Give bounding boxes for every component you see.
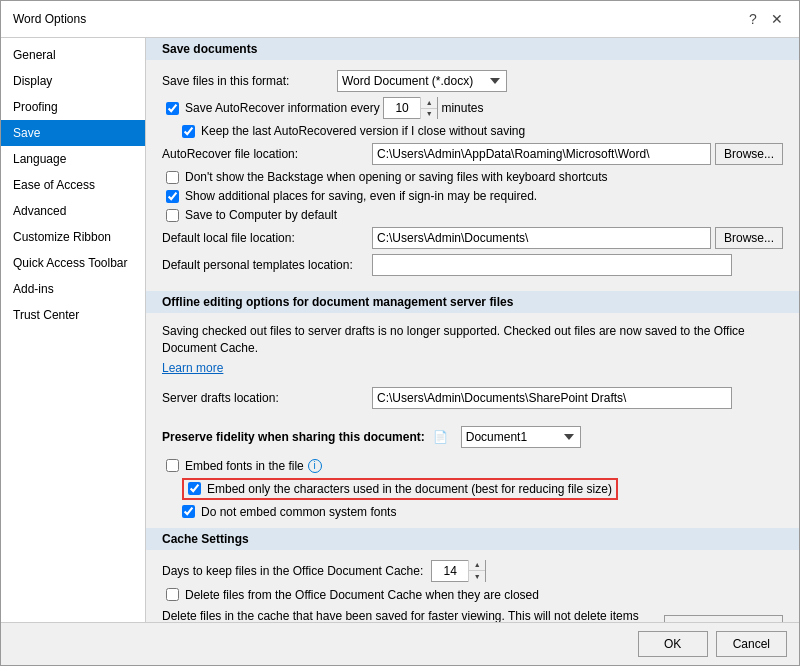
preserve-doc-dropdown[interactable]: Document1 <box>461 426 581 448</box>
do-not-embed-row: Do not embed common system fonts <box>162 505 783 519</box>
title-bar: Word Options ? ✕ <box>1 1 799 38</box>
do-not-embed-label: Do not embed common system fonts <box>201 505 396 519</box>
offline-section: Saving checked out files to server draft… <box>146 313 799 418</box>
cache-desc-row: Delete files in the cache that have been… <box>162 608 783 622</box>
sidebar-item-ease[interactable]: Ease of Access <box>1 172 145 198</box>
delete-cached-btn[interactable]: Delete cached files <box>664 615 783 622</box>
sidebar-item-qat[interactable]: Quick Access Toolbar <box>1 250 145 276</box>
autorecover-spin: ▲ ▼ <box>420 97 437 119</box>
ok-button[interactable]: OK <box>638 631 708 657</box>
doc-icon: 📄 <box>433 429 449 445</box>
browse1-btn[interactable]: Browse... <box>715 143 783 165</box>
sidebar-item-general[interactable]: General <box>1 42 145 68</box>
delete-files-checkbox[interactable] <box>166 588 179 601</box>
embed-only-highlight: Embed only the characters used in the do… <box>182 478 618 500</box>
days-spin-up[interactable]: ▲ <box>469 560 485 572</box>
show-additional-checkbox[interactable] <box>166 190 179 203</box>
sidebar-item-save[interactable]: Save <box>1 120 145 146</box>
cancel-button[interactable]: Cancel <box>716 631 787 657</box>
save-computer-checkbox[interactable] <box>166 209 179 222</box>
dont-show-label: Don't show the Backstage when opening or… <box>185 170 608 184</box>
days-spin: ▲ ▼ <box>468 560 485 582</box>
server-drafts-row: Server drafts location: <box>162 387 783 409</box>
autorecov-loc-row: AutoRecover file location: Browse... <box>162 143 783 165</box>
sidebar-item-advanced[interactable]: Advanced <box>1 198 145 224</box>
autorecover-minutes-input[interactable] <box>384 98 420 118</box>
cache-description: Delete files in the cache that have been… <box>162 608 656 622</box>
default-local-row: Default local file location: Browse... <box>162 227 783 249</box>
keep-version-row: Keep the last AutoRecovered version if I… <box>162 124 783 138</box>
cache-section-header: Cache Settings <box>146 528 799 550</box>
embed-only-label: Embed only the characters used in the do… <box>207 482 612 496</box>
sidebar-item-addins[interactable]: Add-ins <box>1 276 145 302</box>
save-computer-row: Save to Computer by default <box>162 208 783 222</box>
preserve-header-row: Preserve fidelity when sharing this docu… <box>162 426 783 448</box>
save-format-label: Save files in this format: <box>162 74 337 88</box>
dialog-title: Word Options <box>13 12 86 26</box>
main-content: Save documents Save files in this format… <box>146 38 799 622</box>
server-drafts-input[interactable] <box>372 387 732 409</box>
show-additional-row: Show additional places for saving, even … <box>162 189 783 203</box>
embed-fonts-row: Embed fonts in the file i <box>162 459 783 473</box>
save-format-row: Save files in this format: Word Document… <box>162 70 783 92</box>
days-keep-label: Days to keep files in the Office Documen… <box>162 564 423 578</box>
learn-more-link[interactable]: Learn more <box>162 361 223 375</box>
keep-version-label: Keep the last AutoRecovered version if I… <box>201 124 525 138</box>
days-spin-wrap: ▲ ▼ <box>431 560 486 582</box>
dont-show-row: Don't show the Backstage when opening or… <box>162 170 783 184</box>
embed-only-row: Embed only the characters used in the do… <box>162 478 783 500</box>
sidebar-item-display[interactable]: Display <box>1 68 145 94</box>
sidebar-item-language[interactable]: Language <box>1 146 145 172</box>
sidebar-item-proofing[interactable]: Proofing <box>1 94 145 120</box>
autorecover-row: Save AutoRecover information every ▲ ▼ m… <box>162 97 783 119</box>
show-additional-label: Show additional places for saving, even … <box>185 189 537 203</box>
save-format-dropdown[interactable]: Word Document (*.docx) <box>337 70 507 92</box>
default-local-input[interactable] <box>372 227 711 249</box>
close-button[interactable]: ✕ <box>767 9 787 29</box>
sidebar: General Display Proofing Save Language E… <box>1 38 146 622</box>
embed-fonts-checkbox[interactable] <box>166 459 179 472</box>
offline-description: Saving checked out files to server draft… <box>162 323 783 357</box>
days-spin-down[interactable]: ▼ <box>469 571 485 582</box>
embed-fonts-label: Embed fonts in the file <box>185 459 304 473</box>
word-options-dialog: Word Options ? ✕ General Display Proofin… <box>0 0 800 666</box>
default-templates-row: Default personal templates location: <box>162 254 783 276</box>
sidebar-item-customize[interactable]: Customize Ribbon <box>1 224 145 250</box>
autorecover-label: Save AutoRecover information every <box>185 101 380 115</box>
main-scroll-area: Save documents Save files in this format… <box>146 38 799 622</box>
spin-up-btn[interactable]: ▲ <box>421 97 437 109</box>
default-templates-input[interactable] <box>372 254 732 276</box>
offline-section-header: Offline editing options for document man… <box>146 291 799 313</box>
delete-files-row: Delete files from the Office Document Ca… <box>162 588 783 602</box>
autorecover-minutes-wrap: ▲ ▼ <box>383 97 438 119</box>
preserve-section: Preserve fidelity when sharing this docu… <box>146 418 799 528</box>
sidebar-item-trust[interactable]: Trust Center <box>1 302 145 328</box>
embed-only-checkbox[interactable] <box>188 482 201 495</box>
spin-down-btn[interactable]: ▼ <box>421 109 437 120</box>
dialog-footer: OK Cancel <box>1 622 799 665</box>
delete-files-label: Delete files from the Office Document Ca… <box>185 588 539 602</box>
autorecov-loc-input[interactable] <box>372 143 711 165</box>
dont-show-checkbox[interactable] <box>166 171 179 184</box>
save-computer-label: Save to Computer by default <box>185 208 337 222</box>
dialog-body: General Display Proofing Save Language E… <box>1 38 799 622</box>
autorecov-loc-label: AutoRecover file location: <box>162 147 372 161</box>
help-button[interactable]: ? <box>743 9 763 29</box>
keep-version-checkbox[interactable] <box>182 125 195 138</box>
default-templates-label: Default personal templates location: <box>162 258 372 272</box>
days-input[interactable] <box>432 561 468 581</box>
title-bar-controls: ? ✕ <box>743 9 787 29</box>
do-not-embed-checkbox[interactable] <box>182 505 195 518</box>
browse2-btn[interactable]: Browse... <box>715 227 783 249</box>
preserve-header-label: Preserve fidelity when sharing this docu… <box>162 430 425 444</box>
embed-fonts-info-icon[interactable]: i <box>308 459 322 473</box>
server-drafts-label: Server drafts location: <box>162 391 372 405</box>
days-keep-row: Days to keep files in the Office Documen… <box>162 560 783 582</box>
default-local-label: Default local file location: <box>162 231 372 245</box>
autorecover-unit: minutes <box>441 101 483 115</box>
autorecover-checkbox[interactable] <box>166 102 179 115</box>
cache-section: Days to keep files in the Office Documen… <box>146 550 799 622</box>
save-section: Save files in this format: Word Document… <box>146 60 799 291</box>
save-section-header: Save documents <box>146 38 799 60</box>
